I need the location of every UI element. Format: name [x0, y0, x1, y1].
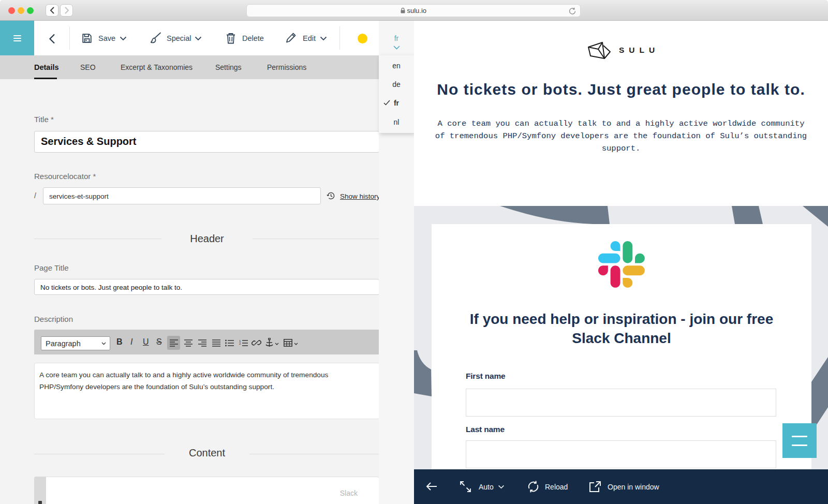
svg-text:2: 2	[239, 342, 241, 345]
